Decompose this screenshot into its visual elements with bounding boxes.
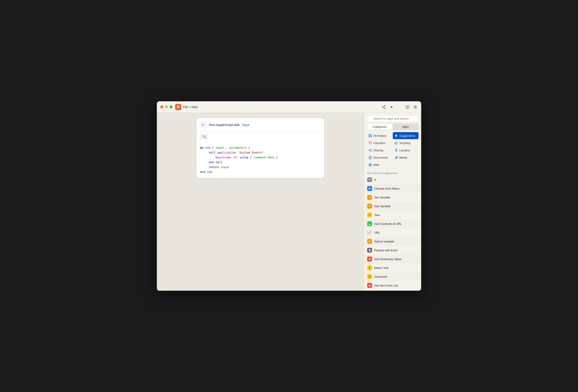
sidebar-item-all-actions[interactable]: All Actions — [367, 132, 392, 139]
get-item-from-list-label: Get Item from List — [374, 284, 398, 287]
if-label: If — [374, 178, 376, 182]
action-item-if[interactable]: Y If — [364, 175, 421, 184]
category-grid: All Actions Suggestions — [364, 132, 421, 168]
action-item-match-text[interactable]: T Match Text — [364, 263, 421, 272]
action-list: Y If Choose from Menu ✕ Set Variable ✕ G… — [364, 175, 421, 291]
svg-point-39 — [369, 258, 371, 260]
svg-rect-12 — [369, 134, 370, 136]
svg-rect-13 — [371, 134, 372, 136]
set-variable-label: Set Variable — [374, 196, 390, 199]
favorites-label: Favorites — [373, 141, 385, 145]
svg-text:✎: ✎ — [202, 123, 204, 127]
svg-rect-35 — [369, 188, 371, 188]
suggestions-section-label: Next Action Suggestions — [364, 170, 421, 175]
url-label: URL — [374, 231, 380, 234]
action-item-get-contents-url[interactable]: Get Contents of URL — [364, 219, 421, 228]
action-input-pill[interactable]: Input — [242, 123, 249, 127]
action-item-add-to-variable[interactable]: ✕ Add to Variable — [364, 237, 421, 246]
list-item-icon — [367, 283, 372, 288]
match-text-label: Match Text — [374, 266, 388, 270]
svg-point-40 — [369, 258, 370, 259]
main-content: ✎ Run AppleScript with Input 🔨 on run { — [157, 113, 421, 291]
url-icon — [367, 230, 372, 235]
sidebar-item-scripting[interactable]: Scripting — [393, 139, 419, 147]
add-icon[interactable] — [405, 105, 410, 109]
sidebar-item-web[interactable]: Web — [367, 161, 392, 168]
search-input[interactable] — [367, 115, 419, 122]
globe-icon — [368, 163, 372, 167]
action-item-get-variable[interactable]: ✕ Get Variable — [364, 202, 421, 210]
action-item-comment[interactable]: Comment — [364, 272, 421, 281]
choose-menu-label: Choose from Menu — [374, 187, 400, 190]
svg-rect-1 — [177, 106, 179, 107]
svg-rect-41 — [369, 276, 371, 276]
sidebar-item-documents[interactable]: Documents — [367, 154, 392, 161]
window-title: File > New — [183, 105, 198, 109]
svg-rect-36 — [369, 188, 371, 189]
tab-row: Categories Apps — [367, 124, 419, 130]
svg-point-8 — [415, 106, 415, 106]
get-url-icon — [367, 221, 372, 226]
documents-label: Documents — [373, 156, 388, 159]
action-card-header: ✎ Run AppleScript with Input — [196, 118, 324, 132]
main-window: File > New — [157, 101, 421, 291]
action-item-repeat-with-each[interactable]: Repeat with Each — [364, 246, 421, 255]
sidebar-item-favorites[interactable]: Favorites — [367, 139, 392, 147]
svg-point-10 — [415, 108, 415, 108]
code-editor[interactable]: on run { input , parameters } tell — [196, 142, 324, 178]
sidebar-item-suggestions[interactable]: Suggestions — [393, 132, 419, 139]
web-label: Web — [373, 163, 379, 166]
svg-point-45 — [369, 285, 370, 286]
sidebar: 🔍 Categories Apps — [364, 113, 421, 291]
sidebar-item-media[interactable]: Media — [393, 154, 419, 161]
titlebar-actions — [382, 105, 418, 109]
sliders-icon[interactable] — [413, 105, 418, 109]
add-var-icon: ✕ — [367, 239, 372, 244]
choose-menu-icon — [367, 186, 372, 191]
code-line-4: end tell — [200, 160, 321, 165]
tab-categories[interactable]: Categories — [367, 124, 392, 130]
play-icon[interactable] — [389, 105, 394, 109]
heart-icon — [368, 141, 372, 145]
get-variable-label: Get Variable — [374, 205, 390, 208]
star-icon — [394, 134, 398, 138]
get-var-icon: ✕ — [367, 204, 372, 208]
share-icon[interactable] — [382, 105, 386, 109]
svg-point-17 — [371, 149, 371, 149]
action-item-url[interactable]: URL — [364, 228, 421, 237]
location-label: Location — [399, 149, 410, 152]
action-item-set-variable[interactable]: ✕ Set Variable — [364, 193, 421, 202]
close-button[interactable] — [160, 105, 163, 108]
editor-area: ✎ Run AppleScript with Input 🔨 on run { — [157, 113, 364, 291]
action-card-toolbar: 🔨 — [196, 132, 324, 142]
action-item-choose-from-menu[interactable]: Choose from Menu — [364, 184, 421, 193]
action-title: Run AppleScript with — [209, 123, 240, 127]
hammer-button[interactable]: 🔨 — [200, 134, 208, 139]
action-item-get-dictionary-value[interactable]: Get Dictionary Value — [364, 255, 421, 263]
svg-rect-37 — [369, 189, 370, 190]
sidebar-item-location[interactable]: Location — [393, 147, 419, 154]
comment-label: Comment — [374, 275, 387, 278]
media-icon — [394, 155, 398, 159]
svg-point-44 — [369, 285, 371, 287]
sidebar-item-sharing[interactable]: Sharing — [367, 147, 392, 154]
all-actions-label: All Actions — [373, 134, 386, 137]
action-item-get-item-from-list[interactable]: Get Item from List — [364, 281, 421, 290]
if-icon: Y — [367, 177, 372, 182]
code-line-1: on run { input , parameters } — [200, 145, 321, 150]
app-icon — [175, 104, 181, 110]
action-item-show-alert[interactable]: T Show Alert — [364, 290, 421, 291]
scripting-icon — [394, 141, 398, 145]
code-line-5: return input — [200, 165, 321, 170]
repeat-with-each-label: Repeat with Each — [374, 249, 398, 252]
minimize-button[interactable] — [165, 105, 168, 108]
action-item-text[interactable]: T Text — [364, 210, 421, 219]
svg-rect-38 — [369, 225, 371, 225]
code-line-2: tell application "System Events" — [200, 150, 321, 155]
set-var-icon: ✕ — [367, 195, 372, 200]
tab-apps[interactable]: Apps — [392, 124, 419, 130]
text-label: Text — [374, 213, 380, 217]
repeat-icon — [367, 248, 372, 253]
svg-line-31 — [396, 156, 397, 157]
maximize-button[interactable] — [170, 105, 172, 108]
